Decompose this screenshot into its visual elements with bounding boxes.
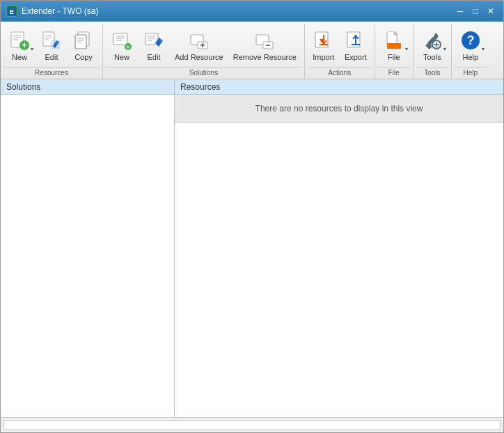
edit-resource-button[interactable]: Edit xyxy=(36,26,68,65)
maximize-button[interactable]: □ xyxy=(468,4,482,18)
import-icon xyxy=(313,29,335,52)
solutions-group-label: Solutions xyxy=(106,67,301,79)
ribbon-group-file-items: File xyxy=(378,26,410,65)
import-button[interactable]: Import xyxy=(308,26,340,65)
tools-button[interactable]: Tools xyxy=(416,26,448,65)
ribbon-group-tools: Tools Tools xyxy=(414,24,452,79)
file-button[interactable]: File xyxy=(378,26,410,65)
actions-group-label: Actions xyxy=(308,67,372,79)
ribbon-group-solutions-items: + New xyxy=(106,26,301,65)
export-button[interactable]: Export xyxy=(340,26,372,65)
ribbon-group-help-items: ? Help xyxy=(455,26,487,65)
edit-resource-icon xyxy=(40,29,63,52)
add-resource-icon xyxy=(188,29,210,52)
window-title: Extender - TWO (sa) xyxy=(22,6,453,16)
resources-panel-header: Resources xyxy=(175,79,503,95)
solutions-panel-body[interactable] xyxy=(1,95,174,417)
status-text xyxy=(3,420,501,430)
add-resource-label: Add Resource xyxy=(175,53,223,62)
copy-resource-button[interactable]: Copy xyxy=(68,26,100,65)
ribbon-group-tools-items: Tools xyxy=(416,26,448,65)
file-group-label: File xyxy=(378,67,410,79)
svg-rect-14 xyxy=(75,35,86,49)
import-label: Import xyxy=(313,53,334,62)
app-icon: E xyxy=(6,6,17,17)
ribbon-group-actions-items: Import Export xyxy=(308,26,372,65)
edit-solution-button[interactable]: Edit xyxy=(138,26,170,65)
solutions-panel: Solutions xyxy=(1,79,175,417)
svg-text:E: E xyxy=(10,8,14,15)
file-label: File xyxy=(388,53,400,62)
svg-rect-18 xyxy=(113,33,127,45)
solutions-panel-header: Solutions xyxy=(1,79,174,95)
svg-rect-43 xyxy=(387,43,401,49)
resources-panel-body[interactable]: There are no resources to display in thi… xyxy=(175,95,503,417)
export-icon xyxy=(345,29,367,52)
main-window: E Extender - TWO (sa) ─ □ ✕ xyxy=(0,0,504,433)
resources-panel: Resources There are no resources to disp… xyxy=(175,79,503,417)
new-solution-label: New xyxy=(114,53,129,62)
edit-resource-label: Edit xyxy=(45,53,58,62)
file-icon xyxy=(383,29,405,52)
export-label: Export xyxy=(345,53,367,62)
new-solution-button[interactable]: + New xyxy=(106,26,138,65)
edit-solution-icon xyxy=(143,29,165,52)
title-bar: E Extender - TWO (sa) ─ □ ✕ xyxy=(1,1,503,22)
new-resource-icon: + xyxy=(8,29,31,52)
close-button[interactable]: ✕ xyxy=(484,4,498,18)
tools-label: Tools xyxy=(423,53,441,62)
ribbon-group-help: ? Help Help xyxy=(452,24,489,79)
new-resource-button[interactable]: + New xyxy=(3,26,36,65)
copy-resource-label: Copy xyxy=(74,53,93,62)
copy-resource-icon xyxy=(72,29,95,52)
svg-text:+: + xyxy=(22,40,26,50)
help-button[interactable]: ? Help xyxy=(455,26,487,65)
svg-text:?: ? xyxy=(466,33,474,47)
remove-resource-label: Remove Resource xyxy=(233,53,297,62)
remove-resource-button[interactable]: Remove Resource xyxy=(228,26,301,65)
resources-group-label: Resources xyxy=(3,67,100,79)
status-bar xyxy=(1,417,503,432)
ribbon-group-solutions: + New xyxy=(103,24,305,79)
ribbon-group-actions: Import Export xyxy=(305,24,375,79)
tools-icon xyxy=(421,29,443,52)
new-resource-label: New xyxy=(12,53,27,62)
ribbon-groups: + New xyxy=(1,22,503,79)
edit-solution-label: Edit xyxy=(148,53,161,62)
svg-rect-42 xyxy=(388,32,394,36)
tools-group-label: Tools xyxy=(416,67,448,79)
minimize-button[interactable]: ─ xyxy=(453,4,467,18)
svg-text:+: + xyxy=(126,44,129,51)
help-icon: ? xyxy=(459,29,482,52)
resources-empty-message: There are no resources to display in thi… xyxy=(175,95,503,123)
main-content: Solutions Resources There are no resourc… xyxy=(1,79,503,417)
help-label: Help xyxy=(463,53,479,62)
help-group-label: Help xyxy=(455,67,487,79)
add-resource-button[interactable]: Add Resource xyxy=(170,26,228,65)
ribbon-group-file: File File xyxy=(375,24,414,79)
remove-resource-icon xyxy=(253,29,276,52)
ribbon: + New xyxy=(1,22,503,79)
window-controls: ─ □ ✕ xyxy=(453,4,498,18)
ribbon-group-resources: + New xyxy=(1,24,103,79)
new-solution-icon: + xyxy=(111,29,133,52)
ribbon-group-resources-items: + New xyxy=(3,26,100,65)
